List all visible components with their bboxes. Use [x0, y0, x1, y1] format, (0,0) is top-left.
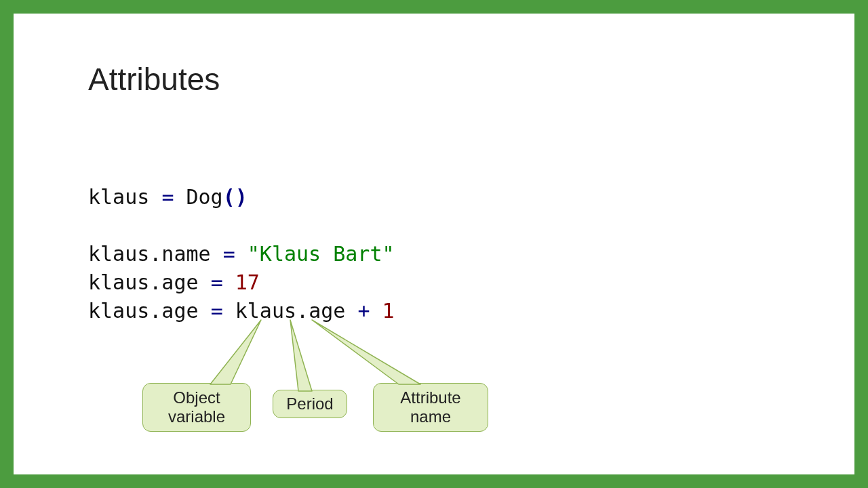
callout-object-variable: Objectvariable [142, 383, 251, 432]
code-l1-var: klaus [88, 185, 161, 209]
code-l2-eq: = [223, 242, 248, 266]
svg-marker-0 [210, 320, 261, 384]
slide-content: Attributes klaus = Dog() klaus.name = "K… [20, 14, 848, 468]
code-l3-num: 17 [235, 270, 260, 294]
code-block: klaus = Dog() klaus.name = "Klaus Bart" … [88, 183, 395, 325]
code-l3-eq: = [211, 270, 235, 294]
callout-attribute-name-label: Attributename [400, 388, 460, 426]
callout-period-label: Period [286, 394, 333, 413]
callout-object-variable-label: Objectvariable [168, 388, 225, 426]
code-l1-paren: () [223, 185, 248, 209]
code-l4-left: klaus.age [88, 299, 211, 323]
code-l4-plus: + [357, 299, 382, 323]
code-l4-dot: . [296, 299, 309, 323]
code-l4-obj: klaus [235, 299, 296, 323]
code-l1-cls: Dog [186, 185, 223, 209]
code-l3-left: klaus.age [88, 270, 211, 294]
svg-marker-1 [290, 320, 312, 391]
slide-frame: Attributes klaus = Dog() klaus.name = "K… [0, 0, 868, 488]
svg-marker-2 [312, 320, 420, 384]
code-l4-eq: = [211, 299, 235, 323]
code-l4-num: 1 [382, 299, 395, 323]
slide-title: Attributes [88, 61, 220, 98]
callout-attribute-name: Attributename [373, 383, 488, 432]
code-l4-attr: age [309, 299, 357, 323]
code-l2-left: klaus.name [88, 242, 223, 266]
code-l1-eq: = [161, 185, 186, 209]
code-l2-str: "Klaus Bart" [248, 242, 395, 266]
callout-period: Period [273, 390, 347, 418]
